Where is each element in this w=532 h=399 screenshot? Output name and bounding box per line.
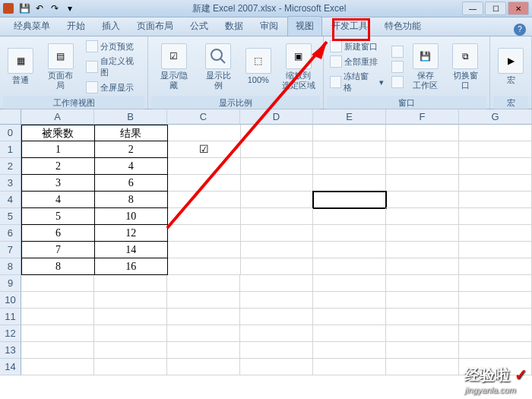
pagebreak-button[interactable]: 分页预览	[84, 40, 143, 53]
cell[interactable]: 6	[95, 175, 168, 192]
cell[interactable]	[168, 158, 241, 175]
cell[interactable]	[313, 158, 386, 175]
cell[interactable]: 4	[95, 158, 168, 175]
unhide-button[interactable]	[390, 75, 405, 89]
switch-window-button[interactable]: ⧉ 切换窗口	[445, 38, 486, 96]
cell[interactable]	[459, 175, 532, 192]
split-button[interactable]	[390, 45, 405, 59]
cell[interactable]: 7	[21, 242, 95, 258]
cell[interactable]	[94, 275, 167, 292]
cell[interactable]	[168, 242, 241, 258]
row-header[interactable]: 4	[0, 192, 21, 208]
help-icon[interactable]: ?	[514, 24, 526, 36]
col-header[interactable]: G	[459, 109, 532, 125]
cell[interactable]	[459, 158, 532, 175]
row-header[interactable]: 0	[0, 125, 21, 141]
cell[interactable]	[168, 125, 241, 141]
cell[interactable]	[459, 125, 532, 141]
cell[interactable]	[386, 342, 459, 359]
row-header[interactable]: 13	[0, 342, 21, 359]
undo-icon[interactable]: ↶	[33, 2, 46, 14]
cell[interactable]	[94, 359, 167, 375]
normal-view-button[interactable]: ▦ 普通	[3, 38, 38, 96]
cell[interactable]	[386, 292, 459, 309]
cell[interactable]	[459, 208, 532, 225]
save-workspace-button[interactable]: 💾 保存 工作区	[408, 38, 443, 96]
cell[interactable]	[168, 192, 241, 208]
cell[interactable]: 2	[95, 141, 168, 158]
cell[interactable]	[386, 242, 459, 258]
cell[interactable]	[313, 141, 386, 158]
cell[interactable]	[241, 208, 314, 225]
cell[interactable]	[94, 309, 167, 325]
cell[interactable]	[459, 325, 532, 342]
cell[interactable]	[21, 325, 94, 342]
cell[interactable]	[167, 309, 240, 325]
cell[interactable]: 8	[21, 258, 95, 275]
cell[interactable]	[386, 141, 459, 158]
col-header[interactable]: E	[313, 109, 386, 125]
cell[interactable]	[240, 309, 313, 325]
cell[interactable]	[241, 141, 314, 158]
tab-insert[interactable]: 插入	[94, 17, 128, 36]
cell[interactable]	[313, 125, 386, 141]
row-header[interactable]: 10	[0, 292, 21, 309]
cell[interactable]	[167, 292, 240, 309]
tab-developer[interactable]: 开发工具	[324, 17, 375, 36]
cell[interactable]	[313, 309, 386, 325]
cell[interactable]	[21, 309, 94, 325]
cell[interactable]	[386, 208, 459, 225]
cell[interactable]	[167, 275, 240, 292]
cell[interactable]: 被乘数	[21, 125, 95, 141]
cell[interactable]	[459, 242, 532, 258]
cell[interactable]	[240, 342, 313, 359]
cell[interactable]	[386, 309, 459, 325]
cell[interactable]	[313, 292, 386, 309]
pagelayout-view-button[interactable]: ▤ 页面布局	[40, 38, 81, 96]
cell[interactable]	[168, 258, 241, 275]
row-header[interactable]: 1	[0, 141, 21, 158]
col-header[interactable]: C	[167, 109, 240, 125]
cell[interactable]	[313, 175, 386, 192]
cell[interactable]	[94, 292, 167, 309]
cell[interactable]: 16	[95, 258, 168, 275]
cell[interactable]	[241, 125, 314, 141]
row-header[interactable]: 8	[0, 258, 21, 275]
cell[interactable]: 10	[95, 208, 168, 225]
cell[interactable]	[386, 225, 459, 242]
cell[interactable]	[459, 258, 532, 275]
cell[interactable]: 5	[21, 208, 95, 225]
cell[interactable]	[241, 258, 314, 275]
zoom-selection-button[interactable]: ▣ 缩放到 选定区域	[277, 38, 320, 96]
cell[interactable]	[459, 192, 532, 208]
col-header[interactable]: D	[240, 109, 313, 125]
cell[interactable]	[167, 359, 240, 375]
cell[interactable]	[459, 342, 532, 359]
cell[interactable]	[241, 242, 314, 258]
row-header[interactable]: 14	[0, 359, 21, 375]
col-header[interactable]: F	[386, 109, 459, 125]
cell[interactable]	[313, 192, 386, 208]
cell[interactable]	[168, 175, 241, 192]
cell[interactable]	[241, 158, 314, 175]
col-header[interactable]: B	[94, 109, 167, 125]
row-header[interactable]: 2	[0, 158, 21, 175]
cell[interactable]	[313, 208, 386, 225]
cell[interactable]: ☑	[168, 141, 241, 158]
cell[interactable]	[21, 342, 94, 359]
row-header[interactable]: 6	[0, 225, 21, 242]
close-button[interactable]: ✕	[508, 2, 529, 15]
tab-data[interactable]: 数据	[217, 17, 251, 36]
cell[interactable]: 1	[21, 141, 95, 158]
cell[interactable]	[94, 325, 167, 342]
cell[interactable]	[168, 208, 241, 225]
cell[interactable]	[459, 309, 532, 325]
cell[interactable]	[386, 325, 459, 342]
freeze-panes-button[interactable]: 冻结窗格 ▾	[328, 70, 385, 94]
select-all-corner[interactable]	[0, 109, 21, 125]
cell[interactable]	[240, 292, 313, 309]
cell[interactable]	[21, 292, 94, 309]
cell[interactable]	[240, 325, 313, 342]
cell[interactable]	[386, 158, 459, 175]
minimize-button[interactable]: —	[462, 2, 483, 15]
